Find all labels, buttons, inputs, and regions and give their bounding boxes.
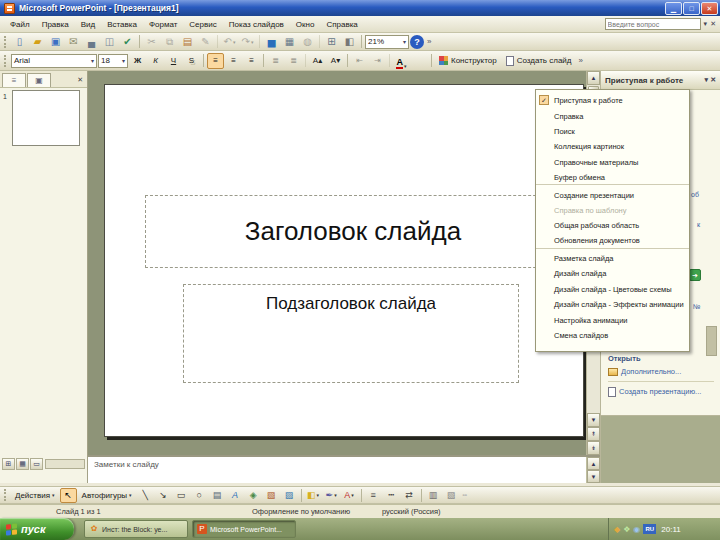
task-pane-menu-item[interactable]: ✓ Общая рабочая область	[536, 218, 689, 233]
slideshow-button[interactable]: ▭	[30, 458, 43, 470]
menu-item[interactable]: Справка	[320, 18, 363, 31]
question-input[interactable]	[605, 18, 701, 30]
size-dropdown-icon[interactable]: ▾	[120, 57, 125, 64]
scroll-down-icon[interactable]: ▼	[587, 413, 600, 427]
task-pane-menu-item[interactable]: ✓ Справка по шаблону	[536, 203, 689, 218]
task-pane-menu-item[interactable]: ✓ Смена слайдов	[536, 328, 689, 343]
office-online-icon[interactable]: ➔	[689, 269, 701, 281]
drawing-tool-button[interactable]: ✒ ▾	[323, 488, 340, 503]
minimize-button[interactable]: ▁	[665, 2, 682, 15]
toolbar-button[interactable]: ↶ ▾	[221, 34, 238, 50]
title-placeholder[interactable]: Заголовок слайда	[145, 195, 561, 268]
toolbar-button[interactable]: ◍ ▾	[299, 34, 316, 50]
drawing-tool-button[interactable]: ◈ ▾	[245, 488, 262, 503]
toolbar-button[interactable]: ✉ ▾	[65, 34, 82, 50]
task-pane-menu-item[interactable]: ✓ Создание презентации	[536, 187, 689, 202]
task-pane-menu-item[interactable]: ✓ Справочные материалы	[536, 155, 689, 170]
task-pane-menu-item[interactable]: ✓ Настройка анимации	[536, 312, 689, 327]
drawing-tool-button[interactable]: ╲ ▾	[137, 488, 154, 503]
menu-item[interactable]: Показ слайдов	[223, 18, 290, 31]
drawing-tool-button[interactable]: ⇄ ▾	[401, 488, 418, 503]
menu-item[interactable]: Сервис	[183, 18, 222, 31]
help-button[interactable]: ?	[410, 35, 424, 49]
next-slide-icon[interactable]: ↡	[587, 441, 600, 455]
drawing-tool-button[interactable]: ▤ ▾	[209, 488, 226, 503]
task-pane-menu-item[interactable]: ✓ Поиск	[536, 124, 689, 139]
menu-item[interactable]: Правка	[36, 18, 75, 31]
toolbar-button[interactable]: ✂ ▾	[143, 34, 160, 50]
menu-item[interactable]: Формат	[143, 18, 183, 31]
taskbar-window-button[interactable]: ✿ Инст: the Block: уе...	[84, 520, 188, 538]
language-indicator[interactable]: RU	[643, 524, 656, 534]
close-pane-icon[interactable]: ✕	[77, 76, 85, 84]
task-pane-menu-item[interactable]: ✓ Дизайн слайда - Цветовые схемы	[536, 282, 689, 297]
toolbar-button[interactable]: ✎ ▾	[197, 34, 214, 50]
zoom-combo[interactable]: 21% ▾	[365, 35, 409, 49]
formatting-button[interactable]: ≡	[225, 53, 242, 69]
start-button[interactable]: пуск	[0, 518, 74, 540]
drawing-tool-button[interactable]: ↘ ▾	[155, 488, 172, 503]
formatting-button[interactable]: S	[183, 53, 200, 69]
menu-item[interactable]: Вид	[75, 18, 101, 31]
toolbar-button[interactable]: ▤ ▾	[179, 34, 196, 50]
drawing-tool-button[interactable]: A ▾	[227, 488, 244, 503]
toolbar-button[interactable]: ▣ ▾	[47, 34, 64, 50]
notes-scroll-up-icon[interactable]: ▲	[587, 457, 600, 470]
tray-update-shield-icon[interactable]: ◆	[614, 525, 620, 534]
drawing-tool-button[interactable]: ◧ ▾	[305, 488, 322, 503]
drawing-tool-button[interactable]: ▧ ▾	[443, 488, 460, 503]
formatting-button[interactable]: ⇥	[369, 53, 386, 69]
design-button[interactable]: Конструктор	[435, 53, 501, 69]
drawing-tool-button[interactable]: ▭ ▾	[173, 488, 190, 503]
slide-canvas[interactable]: Заголовок слайда Подзаголовок слайда	[104, 84, 584, 437]
subtitle-placeholder[interactable]: Подзаголовок слайда	[183, 284, 519, 383]
notes-scroll-down-icon[interactable]: ▼	[587, 470, 600, 483]
formatting-button[interactable]: A▴	[309, 53, 326, 69]
formatting-button[interactable]: A▾	[327, 53, 344, 69]
formatting-button[interactable]: Ж	[129, 53, 146, 69]
task-pane-menu-item[interactable]: ✓ Разметка слайда	[536, 251, 689, 266]
drawing-tool-button[interactable]: A ▾	[341, 488, 358, 503]
taskbar-window-button[interactable]: P Microsoft PowerPoint...	[192, 520, 296, 538]
drawing-tool-button[interactable]: ▥ ▾	[425, 488, 442, 503]
toolbar-grip[interactable]	[4, 55, 7, 67]
toolbar-button[interactable]: ↷ ▾	[239, 34, 256, 50]
toolbar-grip[interactable]	[4, 489, 7, 501]
formatting-button[interactable]: ≣	[285, 53, 302, 69]
formatting-button[interactable]: Ч	[165, 53, 182, 69]
tab-outline[interactable]: ≡	[2, 73, 26, 87]
close-button[interactable]: ✕	[701, 2, 718, 15]
task-pane-menu-item[interactable]: ✓ Коллекция картинок	[536, 139, 689, 154]
maximize-button[interactable]: □	[683, 2, 700, 15]
create-presentation-link[interactable]: Создать презентацию...	[608, 387, 714, 397]
font-name-combo[interactable]: Arial ▾	[11, 54, 97, 68]
formatting-button[interactable]: ≣	[267, 53, 284, 69]
horizontal-scrollbar[interactable]	[45, 459, 85, 469]
drawing-tool-button[interactable]: ≡ ▾	[365, 488, 382, 503]
toolbar-button[interactable]: ▅ ▾	[263, 34, 280, 50]
task-pane-menu-item[interactable]: ✓ Дизайн слайда	[536, 266, 689, 281]
select-objects-button[interactable]: ↖	[60, 488, 77, 503]
toolbar-options-icon[interactable]: »	[427, 37, 431, 46]
normal-view-button[interactable]: ⊞	[2, 458, 15, 470]
tray-antivirus-icon[interactable]: ❖	[623, 525, 630, 534]
scroll-up-icon[interactable]: ▲	[587, 71, 600, 85]
formatting-button[interactable]: К	[147, 53, 164, 69]
menu-item[interactable]: Окно	[290, 18, 321, 31]
tray-network-icon[interactable]: ◉	[633, 525, 640, 534]
previous-slide-icon[interactable]: ↟	[587, 427, 600, 441]
toolbar-button[interactable]: ◧ ▾	[341, 34, 358, 50]
formatting-button[interactable]: ≡	[243, 53, 260, 69]
formatting-button[interactable]: ≡	[207, 53, 224, 69]
drawing-tool-button[interactable]: ▨ ▾	[281, 488, 298, 503]
toolbar-button[interactable]: ⧉ ▾	[161, 34, 178, 50]
close-document-icon[interactable]: ✕	[710, 20, 716, 28]
toolbar-button[interactable]: ◫ ▾	[101, 34, 118, 50]
task-pane-menu-item[interactable]: ✓ Обновления документов	[536, 234, 689, 249]
new-slide-button[interactable]: Создать слайд	[502, 53, 576, 69]
question-dropdown-icon[interactable]: ▾	[704, 20, 708, 28]
task-pane-header[interactable]: Приступая к работе ▾ ✕	[601, 71, 720, 90]
task-pane-close-icon[interactable]: ✕	[710, 76, 716, 84]
toolbar-button[interactable]: ✔ ▾	[119, 34, 136, 50]
slide-thumbnail[interactable]	[12, 90, 80, 146]
